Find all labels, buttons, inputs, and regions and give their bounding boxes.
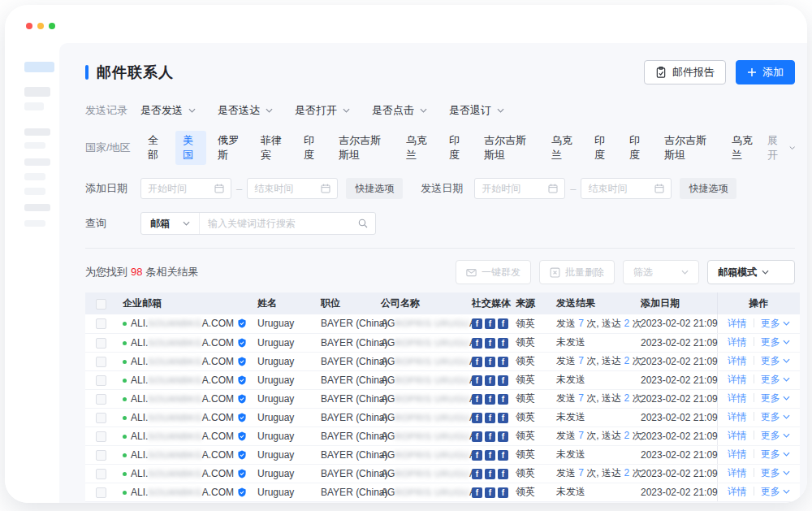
send-date-quick-options-button[interactable]: 快捷选项 (680, 178, 736, 199)
more-link[interactable]: 更多 (761, 430, 790, 441)
facebook-icon[interactable]: f (472, 431, 482, 442)
more-link[interactable]: 更多 (761, 467, 790, 479)
country-chip[interactable]: 吉尔吉斯斯坦 (331, 131, 395, 165)
filter-select[interactable]: 筛选 (623, 260, 699, 284)
detail-link[interactable]: 详情 (728, 374, 747, 385)
more-link[interactable]: 更多 (761, 411, 790, 422)
add-button[interactable]: 添加 (736, 60, 795, 84)
email-cell[interactable]: ALI.SOUANBKGA.COM (116, 370, 251, 389)
bulk-send-button[interactable]: 一键群发 (456, 260, 531, 284)
facebook-icon[interactable]: f (485, 318, 495, 329)
email-cell[interactable]: ALI.SOUANBKGA.COM (116, 408, 251, 427)
detail-link[interactable]: 详情 (728, 355, 747, 366)
facebook-icon[interactable]: f (485, 431, 495, 442)
country-chip[interactable]: 乌克兰 (544, 131, 583, 165)
more-link[interactable]: 更多 (761, 448, 790, 460)
facebook-icon[interactable]: f (485, 375, 495, 386)
country-chip[interactable]: 乌克兰 (724, 131, 763, 165)
facebook-icon[interactable]: f (485, 469, 495, 479)
facebook-icon[interactable]: f (498, 394, 508, 405)
minimize-window-dot[interactable] (37, 23, 44, 29)
facebook-icon[interactable]: f (485, 487, 495, 498)
facebook-icon[interactable]: f (472, 357, 482, 367)
facebook-icon[interactable]: f (498, 469, 508, 479)
search-icon[interactable] (358, 219, 368, 228)
add-date-start-input[interactable]: 开始时间 (140, 178, 231, 199)
detail-link[interactable]: 详情 (728, 467, 747, 479)
more-link[interactable]: 更多 (761, 318, 790, 329)
facebook-icon[interactable]: f (498, 450, 508, 461)
row-checkbox[interactable] (96, 450, 106, 461)
email-cell[interactable]: ALI.SOUANBKGA.COM (116, 352, 251, 370)
email-cell[interactable]: ALI.SOUANBKGA.COM (116, 389, 251, 408)
row-checkbox[interactable] (96, 487, 106, 498)
mode-select[interactable]: 邮箱模式 (707, 260, 795, 284)
facebook-icon[interactable]: f (498, 375, 508, 386)
row-checkbox[interactable] (96, 338, 106, 349)
facebook-icon[interactable]: f (498, 318, 508, 329)
close-window-dot[interactable] (26, 23, 32, 29)
facebook-icon[interactable]: f (485, 450, 495, 461)
more-link[interactable]: 更多 (761, 486, 790, 497)
email-cell[interactable]: ALI.SOUANBKGA.COM (116, 464, 251, 483)
country-chip[interactable]: 印度 (442, 131, 473, 165)
filter-dropdown[interactable]: 是否打开 (295, 103, 350, 118)
detail-link[interactable]: 详情 (728, 336, 747, 348)
facebook-icon[interactable]: f (472, 338, 482, 349)
filter-dropdown[interactable]: 是否送达 (218, 103, 273, 118)
country-chip[interactable]: 全部 (140, 131, 171, 165)
detail-link[interactable]: 详情 (728, 318, 747, 329)
send-date-end-input[interactable]: 结束时间 (581, 178, 672, 199)
detail-link[interactable]: 详情 (728, 448, 747, 460)
facebook-icon[interactable]: f (485, 394, 495, 405)
country-chip[interactable]: 俄罗斯 (210, 131, 249, 165)
email-cell[interactable]: ALI.SOUANBKGA.COM (116, 333, 251, 352)
more-link[interactable]: 更多 (761, 355, 790, 366)
facebook-icon[interactable]: f (498, 413, 508, 423)
facebook-icon[interactable]: f (498, 357, 508, 367)
filter-dropdown[interactable]: 是否点击 (372, 103, 427, 118)
row-checkbox[interactable] (96, 318, 106, 329)
select-all-checkbox[interactable] (96, 299, 106, 310)
email-cell[interactable]: ALI.SOUANBKGA.COM (116, 314, 251, 333)
country-chip[interactable]: 印度 (296, 131, 327, 165)
facebook-icon[interactable]: f (485, 413, 495, 423)
detail-link[interactable]: 详情 (728, 392, 747, 404)
row-checkbox[interactable] (96, 394, 106, 405)
row-checkbox[interactable] (96, 413, 106, 423)
country-chip[interactable]: 乌克兰 (399, 131, 438, 165)
row-checkbox[interactable] (96, 469, 106, 479)
facebook-icon[interactable]: f (472, 469, 482, 479)
country-chip[interactable]: 菲律宾 (253, 131, 292, 165)
facebook-icon[interactable]: f (472, 375, 482, 386)
facebook-icon[interactable]: f (498, 487, 508, 498)
query-field-select[interactable]: 邮箱 (141, 213, 200, 234)
search-input[interactable]: 输入关键词进行搜索 (200, 217, 358, 231)
more-link[interactable]: 更多 (761, 374, 790, 385)
facebook-icon[interactable]: f (472, 394, 482, 405)
filter-dropdown[interactable]: 是否退订 (449, 103, 504, 118)
expand-toggle[interactable]: 展开 (767, 133, 795, 162)
facebook-icon[interactable]: f (472, 450, 482, 461)
facebook-icon[interactable]: f (498, 338, 508, 349)
email-cell[interactable]: ALI.SOUANBKGA.COM (116, 483, 251, 501)
row-checkbox[interactable] (96, 375, 106, 386)
more-link[interactable]: 更多 (761, 336, 790, 348)
detail-link[interactable]: 详情 (728, 430, 747, 441)
filter-dropdown[interactable]: 是否发送 (140, 103, 196, 118)
country-chip[interactable]: 吉尔吉斯斯坦 (657, 131, 720, 165)
email-cell[interactable]: ALI.SOUANBKGA.COM (116, 445, 251, 464)
row-checkbox[interactable] (96, 431, 106, 442)
facebook-icon[interactable]: f (472, 318, 482, 329)
send-date-start-input[interactable]: 开始时间 (474, 178, 565, 199)
country-chip[interactable]: 印度 (587, 131, 618, 165)
facebook-icon[interactable]: f (472, 487, 482, 498)
facebook-icon[interactable]: f (485, 357, 495, 367)
detail-link[interactable]: 详情 (728, 411, 747, 422)
bulk-delete-button[interactable]: 批量删除 (539, 260, 615, 284)
detail-link[interactable]: 详情 (728, 486, 747, 497)
facebook-icon[interactable]: f (485, 338, 495, 349)
country-chip[interactable]: 吉尔吉斯斯坦 (477, 131, 540, 165)
more-link[interactable]: 更多 (761, 392, 790, 404)
email-report-button[interactable]: 邮件报告 (644, 60, 726, 84)
